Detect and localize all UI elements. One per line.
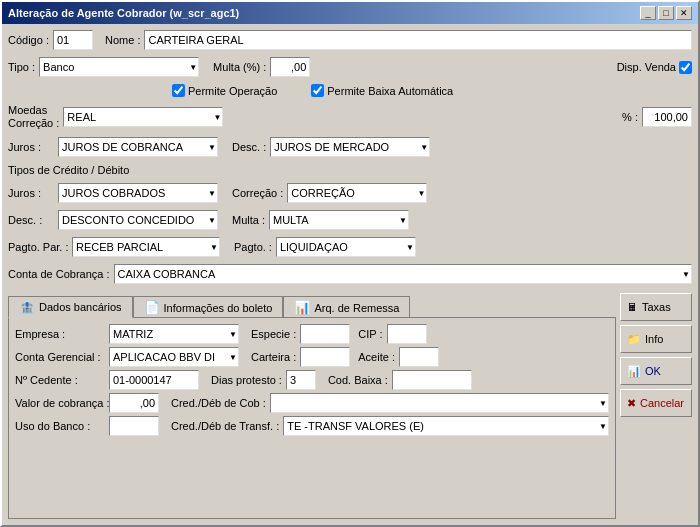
- window-controls: _ □ ✕: [640, 6, 692, 20]
- correcao-tipo-label: Correção :: [232, 187, 283, 199]
- desc-tipo-select-wrap: DESCONTO CONCEDIDO: [58, 210, 218, 230]
- conta-gerencial-label: Conta Gerencial :: [15, 351, 105, 363]
- cancelar-icon: ✖: [627, 397, 636, 410]
- n-cedente-input[interactable]: [109, 370, 199, 390]
- desc-tipo-label: Desc. :: [8, 214, 54, 226]
- empresa-label: Empresa :: [15, 328, 105, 340]
- info-label: Info: [645, 333, 663, 345]
- juros-tipo-select-wrap: JUROS COBRADOS: [58, 183, 218, 203]
- row-valor-cobranca: Valor de cobrança : Cred./Déb de Cob :: [15, 393, 609, 413]
- desc-select-wrap: JUROS DE MERCADO: [270, 137, 430, 157]
- multa-tipo-select[interactable]: MULTA: [269, 210, 409, 230]
- minimize-button[interactable]: _: [640, 6, 656, 20]
- multa-input[interactable]: [270, 57, 310, 77]
- juros-tipo-select[interactable]: JUROS COBRADOS: [58, 183, 218, 203]
- desc-select[interactable]: JUROS DE MERCADO: [270, 137, 430, 157]
- cred-deb-transf-label: Cred./Déb de Transf. :: [171, 420, 279, 432]
- n-cedente-label: Nº Cedente :: [15, 374, 105, 386]
- correcao-select[interactable]: REAL: [63, 107, 223, 127]
- window-title: Alteração de Agente Cobrador (w_scr_agc1…: [8, 7, 239, 19]
- multa-label: Multa (%) :: [213, 61, 266, 73]
- info-icon: 📁: [627, 333, 641, 346]
- percent-input[interactable]: [642, 107, 692, 127]
- pagto-select[interactable]: LIQUIDAÇAO: [276, 237, 416, 257]
- permite-baixa-checkbox[interactable]: [311, 84, 324, 97]
- taxas-button[interactable]: 🖩 Taxas: [620, 293, 692, 321]
- dados-bancarios-icon: 🏦: [19, 300, 35, 315]
- row-uso-banco: Uso do Banco : Cred./Déb de Transf. : TE…: [15, 416, 609, 436]
- tab-dados-bancarios[interactable]: 🏦 Dados bancários: [8, 296, 133, 318]
- tab-content-dados-bancarios: Empresa : MATRIZ Especie : CIP :: [8, 317, 616, 519]
- row-codigo-nome: Código : Nome :: [8, 30, 692, 50]
- main-area: 🏦 Dados bancários 📄 Informações do bolet…: [8, 291, 692, 519]
- permite-operacao-wrap: Permite Operação: [172, 84, 277, 97]
- valor-cobranca-input[interactable]: [109, 393, 159, 413]
- disp-venda-checkbox[interactable]: [679, 61, 692, 74]
- dias-protesto-input[interactable]: [286, 370, 316, 390]
- aceite-input[interactable]: [399, 347, 439, 367]
- conta-gerencial-select-wrap: APLICACAO BBV DI: [109, 347, 239, 367]
- ok-icon: 📊: [627, 365, 641, 378]
- tab-bar: 🏦 Dados bancários 📄 Informações do bolet…: [8, 295, 616, 317]
- empresa-select[interactable]: MATRIZ: [109, 324, 239, 344]
- tipo-label: Tipo :: [8, 61, 35, 73]
- close-button[interactable]: ✕: [676, 6, 692, 20]
- multa-tipo-label: Multa :: [232, 214, 265, 226]
- tab-arq-remessa-label: Arq. de Remessa: [314, 302, 399, 314]
- cip-label: CIP :: [358, 328, 382, 340]
- tab-arq-remessa[interactable]: 📊 Arq. de Remessa: [283, 296, 410, 318]
- cred-deb-transf-select-wrap: TE -TRANSF VALORES (E): [283, 416, 609, 436]
- cip-input[interactable]: [387, 324, 427, 344]
- juros-select[interactable]: JUROS DE COBRANCA: [58, 137, 218, 157]
- row-tipos-label: Tipos de Crédito / Débito: [8, 164, 692, 176]
- row-correcao: Moedas Correção : REAL % :: [8, 104, 692, 130]
- conta-gerencial-select[interactable]: APLICACAO BBV DI: [109, 347, 239, 367]
- cred-deb-cob-label: Cred./Déb de Cob :: [171, 397, 266, 409]
- row-pagto: Pagto. Par. : RECEB PARCIAL Pagto. : LIQ…: [8, 237, 692, 257]
- dias-protesto-label: Dias protesto :: [211, 374, 282, 386]
- correcao-tipo-select[interactable]: CORREÇÃO: [287, 183, 427, 203]
- especie-input[interactable]: [300, 324, 350, 344]
- permite-operacao-label: Permite Operação: [188, 85, 277, 97]
- row-juros-desc: Juros : JUROS DE COBRANCA Desc. : JUROS …: [8, 137, 692, 157]
- cod-baixa-input[interactable]: [392, 370, 472, 390]
- maximize-button[interactable]: □: [658, 6, 674, 20]
- codigo-label: Código :: [8, 34, 49, 46]
- form-content: Código : Nome : Tipo : Banco Multa (%) :…: [2, 24, 698, 525]
- pagto-select-wrap: LIQUIDAÇAO: [276, 237, 416, 257]
- row-empresa: Empresa : MATRIZ Especie : CIP :: [15, 324, 609, 344]
- tab-dados-bancarios-label: Dados bancários: [39, 301, 122, 313]
- tipos-credito-debito-label: Tipos de Crédito / Débito: [8, 164, 129, 176]
- tab-informacoes-boleto[interactable]: 📄 Informações do boleto: [133, 296, 284, 318]
- row-tipo-multa: Tipo : Banco Multa (%) : Disp. Venda: [8, 57, 692, 77]
- nome-input[interactable]: [144, 30, 692, 50]
- conta-cobranca-select[interactable]: CAIXA COBRANCA: [114, 264, 692, 284]
- cred-deb-cob-select[interactable]: [270, 393, 609, 413]
- cred-deb-transf-select[interactable]: TE -TRANSF VALORES (E): [283, 416, 609, 436]
- tipo-select[interactable]: Banco: [39, 57, 199, 77]
- row-conta-cobranca: Conta de Cobrança : CAIXA COBRANCA: [8, 264, 692, 284]
- moedas-correcao-label: Moedas Correção :: [8, 104, 59, 130]
- codigo-input[interactable]: [53, 30, 93, 50]
- ok-button[interactable]: 📊 OK: [620, 357, 692, 385]
- uso-banco-input[interactable]: [109, 416, 159, 436]
- row-permite: Permite Operação Permite Baixa Automátic…: [8, 84, 692, 97]
- carteira-input[interactable]: [300, 347, 350, 367]
- desc-tipo-select[interactable]: DESCONTO CONCEDIDO: [58, 210, 218, 230]
- tab-informacoes-boleto-label: Informações do boleto: [164, 302, 273, 314]
- permite-baixa-wrap: Permite Baixa Automática: [311, 84, 453, 97]
- cancelar-label: Cancelar: [640, 397, 684, 409]
- juros-select-wrap: JUROS DE COBRANCA: [58, 137, 218, 157]
- valor-cobranca-label: Valor de cobrança :: [15, 397, 105, 409]
- title-bar: Alteração de Agente Cobrador (w_scr_agc1…: [2, 2, 698, 24]
- main-window: Alteração de Agente Cobrador (w_scr_agc1…: [0, 0, 700, 527]
- pagto-par-select[interactable]: RECEB PARCIAL: [72, 237, 220, 257]
- uso-banco-label: Uso do Banco :: [15, 420, 105, 432]
- cancelar-button[interactable]: ✖ Cancelar: [620, 389, 692, 417]
- correcao-select-wrap: REAL: [63, 107, 223, 127]
- empresa-select-wrap: MATRIZ: [109, 324, 239, 344]
- juros-label: Juros :: [8, 141, 54, 153]
- permite-operacao-checkbox[interactable]: [172, 84, 185, 97]
- nome-label: Nome :: [105, 34, 140, 46]
- info-button[interactable]: 📁 Info: [620, 325, 692, 353]
